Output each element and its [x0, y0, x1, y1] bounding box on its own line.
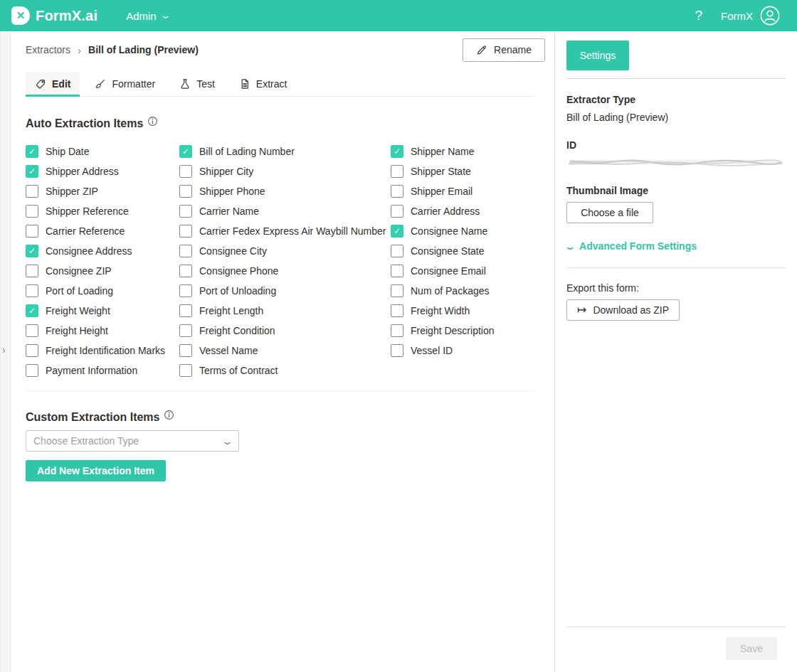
extraction-item-label: Carrier Name — [199, 206, 259, 217]
breadcrumb: Extractors › Bill of Lading (Preview) — [26, 44, 199, 56]
unchecked-checkbox[interactable] — [391, 185, 403, 198]
unchecked-checkbox[interactable] — [179, 265, 192, 277]
unchecked-checkbox[interactable] — [179, 284, 192, 297]
extraction-item-label: Freight Width — [411, 305, 470, 316]
id-redacted-scribble — [566, 156, 786, 169]
unchecked-checkbox[interactable] — [179, 245, 192, 257]
tab-formatter[interactable]: Formatter — [85, 72, 164, 96]
unchecked-checkbox[interactable] — [179, 364, 192, 377]
save-button[interactable]: Save — [726, 637, 777, 660]
admin-menu[interactable]: Admin ⌄ — [126, 10, 169, 22]
breadcrumb-extractors[interactable]: Extractors — [26, 44, 70, 55]
unchecked-checkbox[interactable] — [179, 225, 192, 238]
extraction-item-label: Shipper City — [199, 166, 253, 177]
checked-checkbox[interactable]: ✓ — [179, 145, 192, 158]
extraction-item-label: Shipper ZIP — [46, 186, 98, 197]
extraction-item-label: Ship Date — [46, 146, 89, 157]
extraction-item-row: ✓Shipper Name — [391, 145, 495, 158]
tab-test[interactable]: Test — [170, 72, 224, 96]
unchecked-checkbox[interactable] — [26, 284, 38, 297]
info-icon — [164, 410, 174, 420]
extraction-item-label: Bill of Lading Number — [199, 146, 295, 157]
checked-checkbox[interactable]: ✓ — [26, 245, 38, 257]
formx-logo[interactable]: ✕ FormX.ai — [11, 6, 97, 25]
breadcrumb-current: Bill of Lading (Preview) — [88, 44, 199, 55]
extraction-item-row: Shipper City — [179, 165, 391, 178]
expand-sidebar-chevron-icon[interactable]: › — [2, 344, 6, 356]
unchecked-checkbox[interactable] — [26, 364, 38, 377]
unchecked-checkbox[interactable] — [179, 205, 192, 218]
auto-extraction-title-text: Auto Extraction Items — [26, 117, 143, 130]
extraction-item-row: Vessel Name — [179, 344, 391, 357]
unchecked-checkbox[interactable] — [391, 265, 403, 277]
extraction-item-label: Freight Condition — [199, 325, 275, 336]
unchecked-checkbox[interactable] — [391, 324, 403, 337]
extraction-item-row: ✓Consignee Address — [26, 245, 179, 257]
extraction-item-row: Carrier Address — [391, 205, 495, 218]
tag-icon — [35, 78, 46, 90]
extraction-item-label: Shipper Address — [46, 166, 119, 177]
unchecked-checkbox[interactable] — [179, 185, 192, 198]
unchecked-checkbox[interactable] — [26, 265, 38, 277]
download-zip-button[interactable]: ↦ Download as ZIP — [566, 299, 680, 321]
unchecked-checkbox[interactable] — [26, 225, 38, 238]
checked-checkbox[interactable]: ✓ — [26, 304, 38, 317]
rename-button[interactable]: Rename — [463, 38, 545, 62]
unchecked-checkbox[interactable] — [391, 165, 403, 178]
extraction-item-label: Shipper Phone — [199, 186, 265, 197]
add-extraction-item-button[interactable]: Add New Extraction Item — [26, 460, 166, 481]
unchecked-checkbox[interactable] — [391, 245, 403, 257]
extraction-item-row: Freight Height — [26, 324, 179, 337]
checked-checkbox[interactable]: ✓ — [391, 225, 403, 238]
extraction-item-row: Port of Unloading — [179, 284, 391, 297]
unchecked-checkbox[interactable] — [26, 185, 38, 198]
extraction-item-row: Port of Loading — [26, 284, 179, 297]
account-menu[interactable]: FormX — [721, 6, 780, 26]
extraction-item-row: ✓Ship Date — [26, 145, 179, 158]
extraction-item-label: Carrier Reference — [46, 225, 125, 237]
advanced-form-settings-label: Advanced Form Settings — [579, 240, 697, 252]
section-divider — [26, 390, 534, 391]
unchecked-checkbox[interactable] — [26, 344, 38, 357]
unchecked-checkbox[interactable] — [391, 344, 403, 357]
help-icon[interactable]: ? — [695, 8, 702, 23]
extraction-item-label: Vessel ID — [411, 345, 453, 356]
choose-file-button[interactable]: Choose a file — [566, 202, 653, 223]
unchecked-checkbox[interactable] — [391, 205, 403, 218]
custom-extraction-title: Custom Extraction Items — [26, 411, 554, 424]
extraction-item-label: Consignee Name — [411, 225, 487, 237]
unchecked-checkbox[interactable] — [179, 344, 192, 357]
extraction-item-row: Consignee Email — [391, 265, 495, 277]
extraction-item-label: Vessel Name — [199, 345, 258, 356]
settings-button[interactable]: Settings — [566, 41, 629, 70]
unchecked-checkbox[interactable] — [391, 304, 403, 317]
extractor-type-value: Bill of Lading (Preview) — [566, 112, 786, 123]
extraction-item-label: Payment Information — [46, 365, 137, 376]
extraction-item-row: Freight Width — [391, 304, 495, 317]
extraction-item-row: Consignee ZIP — [26, 265, 179, 277]
checked-checkbox[interactable]: ✓ — [391, 145, 403, 158]
extraction-item-label: Consignee Email — [411, 265, 486, 277]
tab-bar: Edit Formatter Test Extract — [26, 72, 534, 97]
unchecked-checkbox[interactable] — [179, 304, 192, 317]
chevron-down-icon: ⌄ — [159, 12, 171, 19]
advanced-form-settings-toggle[interactable]: ⌄ Advanced Form Settings — [566, 240, 786, 252]
unchecked-checkbox[interactable] — [179, 324, 192, 337]
unchecked-checkbox[interactable] — [26, 205, 38, 218]
unchecked-checkbox[interactable] — [26, 324, 38, 337]
unchecked-checkbox[interactable] — [391, 284, 403, 297]
extraction-type-dropdown[interactable]: Choose Extraction Type ⌄ — [26, 430, 239, 452]
tab-formatter-label: Formatter — [112, 78, 155, 90]
checked-checkbox[interactable]: ✓ — [26, 145, 38, 158]
extraction-item-label: Carrier Address — [411, 206, 480, 217]
settings-panel: Settings Extractor Type Bill of Lading (… — [554, 31, 797, 672]
extraction-item-row: ✓Bill of Lading Number — [179, 145, 391, 158]
checked-checkbox[interactable]: ✓ — [26, 165, 38, 178]
extraction-item-label: Shipper Reference — [46, 206, 129, 217]
logo-text: FormX.ai — [36, 8, 97, 24]
tab-edit[interactable]: Edit — [26, 72, 80, 96]
info-icon — [147, 116, 158, 127]
tab-extract[interactable]: Extract — [230, 72, 297, 96]
unchecked-checkbox[interactable] — [179, 165, 192, 178]
account-name: FormX — [721, 10, 753, 22]
